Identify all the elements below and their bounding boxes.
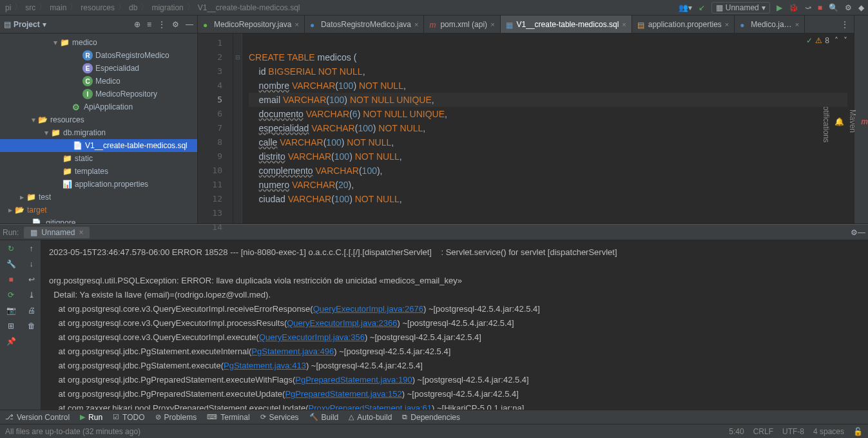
close-icon[interactable]: × [79, 228, 83, 237]
tree-item[interactable]: ▸target [0, 204, 197, 216]
tree-item[interactable]: IMedicoRepository [0, 88, 197, 100]
tool-tab[interactable]: ⟳Services [260, 413, 299, 422]
clear-icon[interactable]: 🗑 [28, 321, 35, 330]
editor-tab[interactable]: mpom.xml (api)× [424, 15, 500, 33]
run-icon[interactable]: ▶ [776, 3, 782, 12]
wrench-icon[interactable]: 🔧 [6, 260, 16, 269]
tree-item[interactable]: ApiApplication [0, 100, 197, 113]
project-tree[interactable]: ▾medicoRDatosRegistroMedicoEEspecialidad… [0, 33, 197, 224]
stop-icon[interactable]: ■ [818, 3, 822, 12]
debug-icon[interactable]: 🐞 [789, 3, 798, 12]
close-icon[interactable]: × [725, 21, 729, 28]
code-line[interactable]: ciudad VARCHAR(100) NOT NULL, [249, 192, 847, 206]
code-line[interactable]: especialidad VARCHAR(100) NOT NULL, [249, 121, 847, 135]
breadcrumb-item[interactable]: V1__create-table-medicos.sql [197, 3, 302, 12]
tree-item[interactable]: EEspecialidad [0, 62, 197, 75]
settings-icon[interactable]: ⚙ [172, 20, 179, 29]
code-editor[interactable]: CREATE TABLE medicos ( id BIGSERIAL NOT … [242, 33, 854, 224]
print-icon[interactable]: 🖨 [28, 306, 35, 315]
tree-item[interactable]: ▾db.migration [0, 126, 197, 139]
breadcrumb-item[interactable]: db [128, 3, 139, 12]
expand-all-icon[interactable]: ≡ [147, 20, 151, 29]
stacktrace-link[interactable]: PgPreparedStatement.java:190 [295, 375, 412, 385]
tool-tab[interactable]: ⎇Version Control [5, 413, 70, 422]
code-line[interactable]: calle VARCHAR(100) NOT NULL, [249, 135, 847, 149]
maven-icon[interactable]: m [861, 117, 868, 126]
chevron-icon[interactable]: ▾ [52, 38, 59, 47]
editor-tab[interactable]: ●Medico.ja…× [735, 15, 805, 33]
close-icon[interactable]: × [490, 21, 494, 28]
build-icon[interactable]: ↙ [699, 3, 705, 12]
hide-icon[interactable]: — [858, 228, 865, 237]
breadcrumb-item[interactable]: main [48, 3, 68, 12]
tree-item[interactable]: static [0, 152, 197, 165]
rerun-icon[interactable]: ↻ [8, 244, 14, 253]
chevron-icon[interactable]: ▸ [6, 205, 14, 214]
stacktrace-link[interactable]: PgStatement.java:413 [224, 361, 306, 370]
camera-icon[interactable]: 📷 [6, 306, 16, 315]
close-icon[interactable]: × [622, 21, 626, 28]
tool-tab[interactable]: △Auto-build [349, 413, 392, 422]
tool-tab[interactable]: ⌨Terminal [207, 413, 249, 422]
tree-item[interactable]: RDatosRegistroMedico [0, 49, 197, 62]
up-icon[interactable]: ↑ [30, 244, 34, 253]
inspection-widget[interactable]: ✓ ⚠ 8 ˄ ˅ [806, 36, 847, 45]
tree-item[interactable]: ▸test [0, 191, 197, 204]
code-line[interactable] [249, 36, 847, 50]
editor-tab[interactable]: ▤application.properties× [632, 15, 735, 33]
coverage-icon[interactable]: ⤻ [805, 3, 811, 12]
editor-tab[interactable]: ▦V1__create-table-medicos.sql× [501, 15, 632, 33]
wrap-icon[interactable]: ↩ [28, 275, 35, 284]
code-line[interactable]: distrito VARCHAR(100) NOT NULL, [249, 149, 847, 164]
user-icon[interactable]: 👥▾ [679, 3, 692, 12]
code-line[interactable]: nombre VARCHAR(100) NOT NULL, [249, 79, 847, 93]
select-open-file-icon[interactable]: ⊕ [134, 20, 140, 29]
stacktrace-link[interactable]: ProxyPreparedStatement.java:61 [308, 403, 432, 410]
indent-settings[interactable]: 4 spaces [813, 427, 844, 436]
stop-icon[interactable]: ■ [8, 275, 13, 284]
hide-icon[interactable]: — [186, 20, 193, 29]
console-output[interactable]: 2023-05-15T23:46:47.578-06:00 ERROR 1852… [41, 240, 868, 410]
code-line[interactable]: numero VARCHAR(20), [249, 178, 847, 192]
settings-icon[interactable]: ⚙ [851, 228, 858, 237]
line-gutter[interactable]: 1234567891011121314 [198, 33, 233, 224]
chevron-icon[interactable]: ▾ [30, 115, 37, 124]
tree-item[interactable]: V1__create-table-medicos.sql [0, 139, 197, 152]
restart-icon[interactable]: ⟳ [8, 290, 14, 300]
chevron-icon[interactable]: ▾ [43, 128, 50, 137]
up-icon[interactable]: ˄ [834, 36, 838, 45]
editor-tab[interactable]: ●DatosRegistroMedico.java× [305, 15, 425, 33]
code-line[interactable]: PRIMARY KEY (id) [249, 220, 847, 224]
pin-icon[interactable]: 📌 [6, 337, 16, 346]
line-separator[interactable]: CRLF [753, 427, 773, 436]
close-icon[interactable]: × [295, 21, 299, 28]
breadcrumb-item[interactable]: pi [4, 3, 12, 12]
tool-tab[interactable]: ⊘Problems [155, 413, 197, 422]
cursor-position[interactable]: 5:40 [729, 427, 744, 436]
file-encoding[interactable]: UTF-8 [782, 427, 804, 436]
tree-item[interactable]: ▾medico [0, 36, 197, 49]
stacktrace-link[interactable]: QueryExecutorImpl.java:2366 [287, 318, 397, 328]
run-tab[interactable]: ▦ Unnamed × [24, 227, 90, 238]
down-icon[interactable]: ˅ [844, 36, 847, 45]
breadcrumb-item[interactable]: migration [150, 3, 184, 12]
tool-tab[interactable]: ☑TODO [113, 413, 144, 422]
tool-tab[interactable]: 🔨Build [309, 413, 339, 422]
code-line[interactable]: email VARCHAR(100) NOT NULL UNIQUE, [249, 93, 847, 107]
more-tabs-icon[interactable]: ⋮ [841, 20, 849, 29]
editor-tab[interactable]: ●MedicoRepository.java× [198, 15, 305, 33]
chevron-down-icon[interactable]: ▾ [43, 20, 46, 29]
breadcrumb-item[interactable]: resources [79, 3, 116, 12]
fold-gutter[interactable]: ⊟ [233, 33, 242, 224]
tree-item[interactable]: templates [0, 165, 197, 178]
settings-icon[interactable]: ⚙ [845, 3, 852, 12]
tool-tab[interactable]: ▶Run [80, 413, 102, 422]
code-line[interactable]: id BIGSERIAL NOT NULL, [249, 64, 847, 79]
breadcrumb-item[interactable]: src [24, 3, 37, 12]
tree-item[interactable]: .gitignore [0, 216, 197, 224]
close-icon[interactable]: × [795, 21, 799, 28]
close-icon[interactable]: × [414, 21, 418, 28]
readonly-icon[interactable]: 🔓 [853, 427, 863, 436]
tree-item[interactable]: application.properties [0, 178, 197, 191]
stacktrace-link[interactable]: QueryExecutorImpl.java:2676 [313, 304, 423, 314]
